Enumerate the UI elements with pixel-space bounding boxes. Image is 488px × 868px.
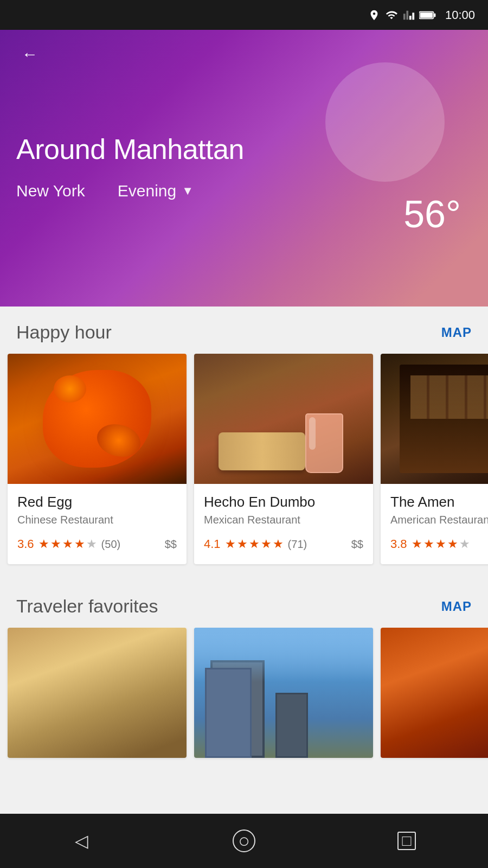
happy-hour-section: Happy hour MAP Red Egg Chinese Restauran… [0,307,488,575]
traveler-card-image-3 [381,628,488,758]
drink-glass [305,413,343,473]
restaurant-type: Chinese Restaurant [17,514,177,526]
card-image-red-egg [8,354,187,484]
traveler-cards [0,628,488,769]
star-5: ★ [86,537,97,551]
star-rating: ★ ★ ★ ★ ★ [225,537,284,551]
food-visual-hecho [213,370,354,478]
happy-hour-header: Happy hour MAP [0,307,488,354]
rating-row: 3.8 ★ ★ ★ ★ ★ [390,537,488,559]
price-level: $$ [165,538,177,551]
interior-visual [400,365,488,473]
card-info-hecho: Hecho En Dumbo Mexican Restaurant 4.1 ★ … [194,484,373,564]
restaurant-type: Mexican Restaurant [204,514,363,526]
happy-hour-cards: Red Egg Chinese Restaurant 3.6 ★ ★ ★ ★ ★… [0,354,488,575]
restaurant-name: Red Egg [17,494,177,510]
weather-circle [325,62,445,182]
rating-number: 3.6 [17,537,34,551]
review-count: (71) [288,538,307,551]
nav-recent-button[interactable]: □ [385,825,428,857]
restaurant-card-red-egg[interactable]: Red Egg Chinese Restaurant 3.6 ★ ★ ★ ★ ★… [8,354,187,564]
traveler-favorites-title: Traveler favorites [16,596,158,617]
nav-bar: ◁ ○ □ [0,814,488,868]
rating-row: 4.1 ★ ★ ★ ★ ★ (71) $$ [204,537,363,559]
status-time: 10:00 [445,8,475,22]
star-2: ★ [237,537,248,551]
star-4: ★ [447,537,458,551]
rating-number: 4.1 [204,537,221,551]
happy-hour-map-link[interactable]: MAP [441,325,472,340]
star-1: ★ [412,537,422,551]
svg-rect-1 [420,12,433,18]
star-4: ★ [74,537,85,551]
time-of-day-label: Evening [118,182,176,200]
dropdown-arrow-icon: ▼ [182,184,194,198]
restaurant-card-the-amen[interactable]: The Amen American Restaurant 3.8 ★ ★ ★ ★… [381,354,488,564]
traveler-card-3[interactable] [381,628,488,758]
battery-icon [419,10,436,20]
taco-plate [219,432,305,470]
star-3: ★ [249,537,260,551]
traveler-favorites-header: Traveler favorites MAP [0,580,488,628]
traveler-card-2[interactable] [194,628,373,758]
star-1: ★ [38,537,49,551]
nav-back-button[interactable]: ◁ [60,825,103,857]
traveler-card-image-2 [194,628,373,758]
signal-icon [403,9,415,21]
price-level: $$ [351,538,363,551]
star-rating: ★ ★ ★ ★ ★ [412,537,470,551]
back-arrow-icon: ← [22,45,38,63]
star-rating: ★ ★ ★ ★ ★ [38,537,97,551]
location-icon [368,9,380,21]
happy-hour-title: Happy hour [16,322,112,343]
nav-back-icon: ◁ [75,831,88,851]
star-1: ★ [225,537,236,551]
status-bar: 10:00 [0,0,488,30]
rating-number: 3.8 [390,537,407,551]
header-city: New York [16,182,85,200]
nav-home-button[interactable]: ○ [222,825,266,857]
traveler-card-1[interactable] [8,628,187,758]
header-hero: ← Around Manhattan New York Evening ▼ 56… [0,30,488,307]
food-visual [43,370,151,468]
star-4: ★ [261,537,272,551]
star-5: ★ [273,537,284,551]
star-3: ★ [435,537,446,551]
traveler-favorites-section: Traveler favorites MAP [0,580,488,769]
star-3: ★ [62,537,73,551]
card-image-amen [381,354,488,484]
restaurant-type: American Restaurant [390,514,488,526]
back-button[interactable]: ← [16,41,43,68]
status-icons: 10:00 [368,8,475,22]
restaurant-card-hecho[interactable]: Hecho En Dumbo Mexican Restaurant 4.1 ★ … [194,354,373,564]
star-5: ★ [459,537,470,551]
svg-rect-2 [434,13,435,16]
card-image-hecho [194,354,373,484]
wifi-icon [384,9,399,21]
nav-home-icon: ○ [233,829,255,852]
star-2: ★ [50,537,61,551]
traveler-card-image-1 [8,628,187,758]
content-area: Happy hour MAP Red Egg Chinese Restauran… [0,307,488,769]
temperature-display: 56° [403,193,461,236]
nav-recent-icon: □ [397,832,416,850]
star-2: ★ [423,537,434,551]
rating-row: 3.6 ★ ★ ★ ★ ★ (50) $$ [17,537,177,559]
restaurant-name: The Amen [390,494,488,510]
restaurant-name: Hecho En Dumbo [204,494,363,510]
card-info-red-egg: Red Egg Chinese Restaurant 3.6 ★ ★ ★ ★ ★… [8,484,187,564]
review-count: (50) [101,538,121,551]
traveler-map-link[interactable]: MAP [441,599,472,614]
card-info-amen: The Amen American Restaurant 3.8 ★ ★ ★ ★… [381,484,488,564]
time-dropdown[interactable]: Evening ▼ [118,182,194,200]
